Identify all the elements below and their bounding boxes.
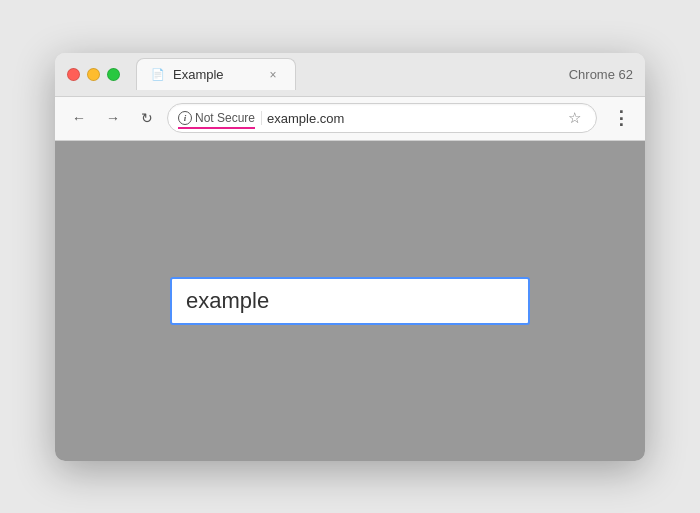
address-bar[interactable]: i Not Secure example.com ☆ bbox=[167, 103, 597, 133]
info-icon: i bbox=[178, 111, 192, 125]
chrome-version-label: Chrome 62 bbox=[569, 67, 633, 82]
tab-title: Example bbox=[173, 67, 257, 82]
address-text: example.com bbox=[267, 111, 557, 126]
bookmark-button[interactable]: ☆ bbox=[562, 106, 586, 130]
tab-icon: 📄 bbox=[151, 68, 165, 81]
page-content bbox=[55, 141, 645, 461]
back-button[interactable]: ← bbox=[65, 104, 93, 132]
maximize-button[interactable] bbox=[107, 68, 120, 81]
not-secure-label: Not Secure bbox=[195, 111, 255, 125]
traffic-lights bbox=[67, 68, 120, 81]
not-secure-badge[interactable]: i Not Secure bbox=[178, 111, 262, 125]
close-button[interactable] bbox=[67, 68, 80, 81]
minimize-button[interactable] bbox=[87, 68, 100, 81]
example-input[interactable] bbox=[170, 277, 530, 325]
nav-bar: ← → ↻ i Not Secure example.com ☆ ⋮ bbox=[55, 97, 645, 141]
browser-window: 📄 Example × Chrome 62 ← → ↻ i Not Secure… bbox=[55, 53, 645, 461]
active-tab[interactable]: 📄 Example × bbox=[136, 58, 296, 90]
title-bar: 📄 Example × Chrome 62 bbox=[55, 53, 645, 97]
tab-close-button[interactable]: × bbox=[265, 67, 281, 83]
menu-button[interactable]: ⋮ bbox=[607, 104, 635, 132]
tab-bar: 📄 Example × bbox=[136, 58, 569, 90]
forward-button[interactable]: → bbox=[99, 104, 127, 132]
reload-button[interactable]: ↻ bbox=[133, 104, 161, 132]
